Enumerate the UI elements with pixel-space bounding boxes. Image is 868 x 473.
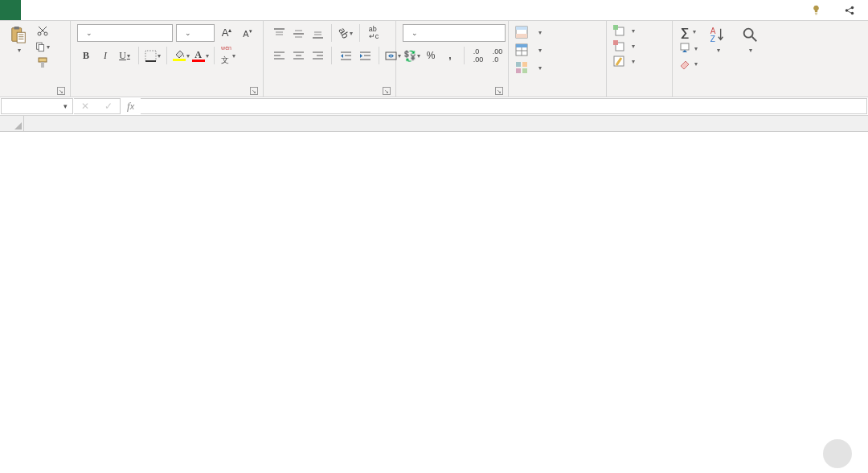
svg-rect-4 xyxy=(14,27,19,30)
decrease-font-button[interactable]: A▾ xyxy=(239,24,256,42)
cut-button[interactable] xyxy=(35,24,50,37)
number-format-combo[interactable]: ⌄ xyxy=(403,24,506,42)
font-name-combo[interactable]: ⌄ xyxy=(77,24,173,42)
merge-icon xyxy=(385,50,397,62)
tell-me-search[interactable] xyxy=(803,0,834,20)
find-select-button[interactable]: ▾ xyxy=(738,24,762,56)
phonetic-button[interactable]: wén文▾ xyxy=(219,47,237,64)
fill-button[interactable]: ▾ xyxy=(679,42,698,55)
group-editing: ∑▾ ▾ ▾ AZ ▾ ▾ xyxy=(673,21,868,97)
enter-formula-button[interactable]: ✓ xyxy=(104,101,113,112)
decrease-decimal-button[interactable]: .00.0 xyxy=(489,47,506,64)
align-top-button[interactable] xyxy=(270,24,288,42)
border-button[interactable]: ▾ xyxy=(144,47,162,64)
group-alignment: ab▾ ab↵c ▾ xyxy=(264,21,396,97)
currency-button[interactable]: 💱▾ xyxy=(403,47,420,64)
align-bottom-button[interactable] xyxy=(309,24,326,42)
dialog-launcher-icon[interactable] xyxy=(57,87,65,95)
copy-button[interactable]: ▾ xyxy=(35,40,50,53)
font-color-button[interactable]: A▾ xyxy=(191,47,209,64)
svg-point-58 xyxy=(744,29,753,38)
increase-decimal-icon: .0.00 xyxy=(473,47,484,64)
font-size-combo[interactable]: ⌄ xyxy=(176,24,215,42)
align-left-icon xyxy=(273,50,285,62)
table-format-icon xyxy=(515,43,528,56)
svg-point-2 xyxy=(851,11,854,14)
orientation-button[interactable]: ab▾ xyxy=(337,24,354,42)
align-right-button[interactable] xyxy=(309,47,326,64)
svg-text:Z: Z xyxy=(710,35,715,43)
wrap-text-button[interactable]: ab↵c xyxy=(365,24,383,42)
fill-color-button[interactable]: ▾ xyxy=(172,47,190,64)
svg-point-1 xyxy=(851,6,854,9)
bold-button[interactable]: B xyxy=(77,47,95,64)
phonetic-icon: wén文 xyxy=(221,45,231,66)
fill-bucket-icon xyxy=(173,50,186,61)
column-headers[interactable] xyxy=(24,116,868,132)
chevron-down-icon: ▾ xyxy=(63,102,68,110)
italic-button[interactable]: I xyxy=(96,47,114,64)
autosum-button[interactable]: ∑▾ xyxy=(681,24,697,39)
percent-button[interactable]: % xyxy=(422,47,440,64)
conditional-format-icon xyxy=(515,26,528,39)
formula-bar: ▾ ✕ ✓ fx xyxy=(0,97,868,116)
select-all-button[interactable] xyxy=(0,116,24,132)
group-clipboard: ▾ ▾ xyxy=(0,21,71,97)
spreadsheet-grid[interactable] xyxy=(0,116,868,473)
align-middle-icon xyxy=(293,27,305,39)
align-middle-button[interactable] xyxy=(289,24,307,42)
dialog-launcher-icon[interactable] xyxy=(383,87,391,95)
increase-indent-button[interactable] xyxy=(356,47,374,64)
dialog-launcher-icon[interactable] xyxy=(250,87,258,95)
delete-cells-button[interactable]: ▾ xyxy=(613,39,635,52)
svg-rect-49 xyxy=(522,68,527,73)
increase-indent-icon xyxy=(359,50,371,62)
svg-rect-55 xyxy=(681,43,689,50)
svg-rect-11 xyxy=(41,62,44,68)
chevron-down-icon: ▾ xyxy=(18,47,21,54)
svg-rect-46 xyxy=(516,62,521,67)
format-painter-icon xyxy=(36,56,49,69)
svg-rect-38 xyxy=(386,52,396,60)
align-right-icon xyxy=(312,50,324,62)
align-left-button[interactable] xyxy=(270,47,288,64)
name-box[interactable]: ▾ xyxy=(1,98,73,114)
svg-rect-9 xyxy=(39,45,44,51)
decrease-indent-button[interactable] xyxy=(337,47,354,64)
comma-icon: , xyxy=(448,50,451,61)
align-center-button[interactable] xyxy=(289,47,307,64)
increase-decimal-button[interactable]: .0.00 xyxy=(469,47,487,64)
align-center-icon xyxy=(293,50,305,62)
paste-button[interactable]: ▾ xyxy=(6,24,31,56)
svg-rect-41 xyxy=(516,34,527,38)
fx-icon[interactable]: fx xyxy=(121,97,141,115)
underline-button[interactable]: U▾ xyxy=(116,47,133,64)
group-styles: ▾ ▾ ▾ xyxy=(509,21,607,97)
insert-cells-button[interactable]: ▾ xyxy=(613,24,635,37)
formula-input[interactable] xyxy=(141,98,867,114)
fill-down-icon xyxy=(679,43,690,54)
conditional-format-button[interactable]: ▾ xyxy=(515,24,542,40)
align-top-icon xyxy=(273,27,285,39)
chevron-down-icon: ⌄ xyxy=(86,29,92,37)
copy-icon xyxy=(35,40,46,53)
table-format-button[interactable]: ▾ xyxy=(515,42,542,58)
file-menu[interactable] xyxy=(0,0,21,20)
format-cells-button[interactable]: ▾ xyxy=(613,55,635,68)
sort-filter-button[interactable]: AZ ▾ xyxy=(706,24,730,56)
dialog-launcher-icon[interactable] xyxy=(495,87,503,95)
clear-button[interactable]: ▾ xyxy=(679,57,698,70)
comma-button[interactable]: , xyxy=(441,47,459,64)
increase-font-button[interactable]: A▴ xyxy=(218,24,235,42)
format-painter-button[interactable] xyxy=(35,56,50,69)
cell-style-button[interactable]: ▾ xyxy=(515,60,542,76)
ribbon: ▾ ▾ ⌄ ⌄ A▴ A▾ B I U▾ ▾ xyxy=(0,21,868,97)
sigma-icon: ∑ xyxy=(681,25,690,39)
svg-rect-53 xyxy=(613,40,618,45)
share-button[interactable] xyxy=(834,0,868,20)
percent-icon: % xyxy=(427,50,436,61)
cancel-formula-button[interactable]: ✕ xyxy=(81,101,89,112)
lightbulb-icon xyxy=(811,5,821,15)
svg-rect-48 xyxy=(516,68,521,73)
share-icon xyxy=(844,5,855,16)
